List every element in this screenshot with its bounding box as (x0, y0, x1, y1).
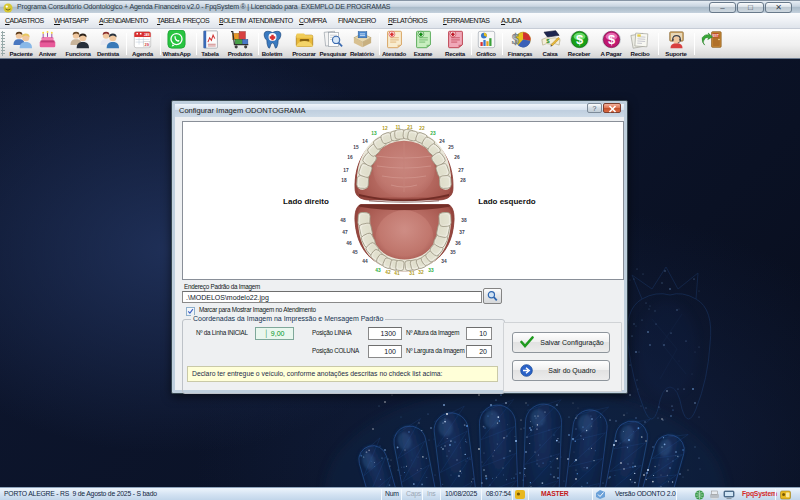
svg-text:21: 21 (407, 125, 413, 130)
svg-text:32: 32 (418, 270, 424, 275)
svg-text:42: 42 (385, 270, 391, 275)
svg-text:24: 24 (439, 139, 445, 144)
svg-text:37: 37 (459, 230, 465, 235)
svg-text:22: 22 (419, 126, 425, 131)
svg-text:38: 38 (461, 218, 467, 223)
svg-text:13: 13 (371, 131, 377, 136)
svg-text:18: 18 (341, 178, 347, 183)
svg-text:44: 44 (362, 259, 368, 264)
svg-text:41: 41 (394, 271, 400, 276)
svg-text:16: 16 (347, 155, 353, 160)
svg-text:27: 27 (458, 168, 464, 173)
svg-text:43: 43 (375, 268, 381, 273)
svg-text:Lado direito: Lado direito (283, 197, 329, 206)
svg-text:EXIT: EXIT (712, 34, 718, 38)
svg-text:33: 33 (428, 268, 434, 273)
svg-text:15: 15 (353, 145, 359, 150)
svg-text:JAN: JAN (144, 33, 150, 37)
svg-text:23: 23 (430, 131, 436, 136)
svg-text:34: 34 (441, 259, 447, 264)
svg-text:26: 26 (454, 155, 460, 160)
svg-text:11: 11 (395, 125, 400, 130)
svg-text:14: 14 (362, 139, 368, 144)
svg-text:Lado esquerdo: Lado esquerdo (478, 197, 535, 206)
svg-text:12: 12 (382, 126, 388, 131)
svg-text:25: 25 (448, 145, 454, 150)
svg-text:45: 45 (352, 250, 358, 255)
svg-text:$: $ (607, 32, 615, 47)
svg-text:46: 46 (346, 241, 352, 246)
svg-text:35: 35 (450, 250, 456, 255)
svg-text:48: 48 (340, 218, 346, 223)
svg-text:$: $ (575, 32, 583, 47)
svg-text:17: 17 (343, 168, 349, 173)
svg-text:28: 28 (460, 178, 466, 183)
svg-text:47: 47 (342, 230, 348, 235)
svg-text:$: $ (511, 31, 518, 47)
svg-text:31: 31 (409, 271, 415, 276)
svg-text:36: 36 (455, 241, 461, 246)
